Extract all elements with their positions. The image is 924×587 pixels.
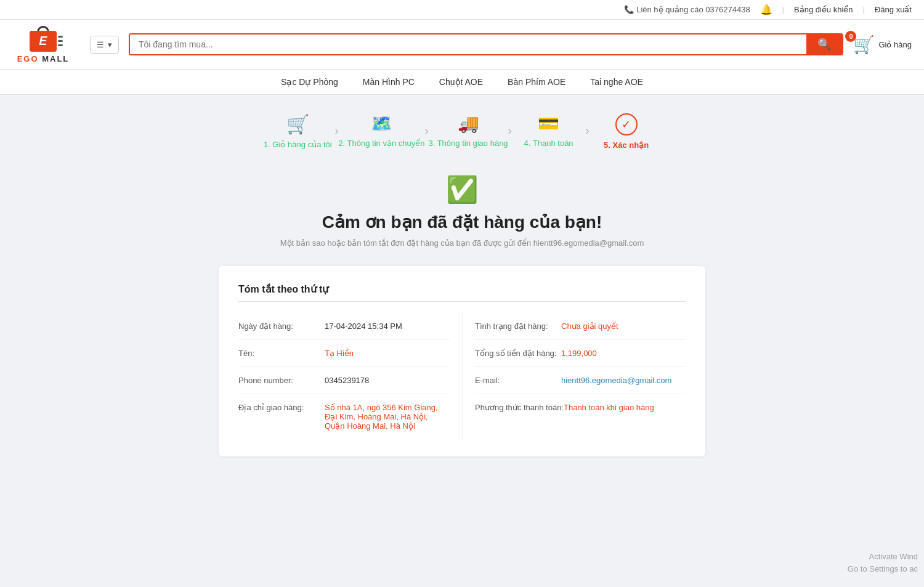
nav-item-ban-phim[interactable]: Bàn Phím AOE <box>508 77 565 87</box>
summary-card: Tóm tắt theo thứ tự Ngày đặt hàng: 17-04… <box>219 266 705 456</box>
summary-key-address: Địa chỉ giao hàng: <box>238 403 325 431</box>
step-2-icon: 🗺️ <box>371 113 392 134</box>
summary-row-email: E-mail: hientt96.egomedia@gmail.com <box>475 367 686 394</box>
step-4: 💳 4. Thanh toán <box>512 113 586 148</box>
nav-item-sac[interactable]: Sạc Dự Phòng <box>281 77 338 87</box>
step-1-label: 1. Giỏ hàng của tôi <box>264 140 332 149</box>
summary-title: Tóm tắt theo thứ tự <box>238 283 686 302</box>
summary-val-email: hientt96.egomedia@gmail.com <box>561 376 671 385</box>
summary-key-payment: Phương thức thanh toán: <box>475 403 564 412</box>
logout-link[interactable]: Đăng xuất <box>875 5 912 14</box>
step-1: 🛒 1. Giỏ hàng của tôi <box>261 113 334 149</box>
summary-key-name: Tên: <box>238 349 325 358</box>
summary-row-phone: Phone number: 0345239178 <box>238 367 450 394</box>
summary-row-name: Tên: Tạ Hiền <box>238 340 450 367</box>
cart-label: Giỏ hàng <box>878 40 912 49</box>
nav-item-man-hinh[interactable]: Màn Hình PC <box>363 77 415 87</box>
summary-row-total: Tổng số tiền đặt hàng: 1,199,000 <box>475 340 686 367</box>
summary-row-address: Địa chỉ giao hàng: Số nhà 1A, ngõ 356 Ki… <box>238 394 450 439</box>
search-icon: 🔍 <box>817 38 831 51</box>
bell-icon[interactable]: 🔔 <box>760 4 772 15</box>
summary-val-name: Tạ Hiền <box>325 349 354 358</box>
nav-item-tai-nghe[interactable]: Tai nghe AOE <box>590 77 643 87</box>
summary-row-payment: Phương thức thanh toán: Thanh toán khi g… <box>475 394 686 421</box>
step-4-icon: 💳 <box>538 113 559 134</box>
success-area: ✅ Cảm ơn bạn đã đặt hàng của bạn! Một bả… <box>12 174 912 248</box>
step-5-icon: ✓ <box>615 113 638 136</box>
step-1-icon: 🛒 <box>286 113 309 135</box>
main-content: 🛒 1. Giỏ hàng của tôi › 🗺️ 2. Thông tin … <box>0 95 924 493</box>
success-check-icon: ✅ <box>446 174 478 204</box>
phone-icon: 📞 <box>624 5 634 14</box>
search-bar: 🔍 <box>129 33 843 55</box>
summary-key-status: Tình trạng đặt hàng: <box>475 322 561 331</box>
cart-area[interactable]: 🛒 0 Giỏ hàng <box>853 34 912 55</box>
summary-val-phone: 0345239178 <box>325 376 369 385</box>
menu-icon: ☰ <box>97 40 104 49</box>
summary-val-payment: Thanh toán khi giao hàng <box>564 403 654 412</box>
logo-text: EGO MALL <box>17 54 70 63</box>
topbar-phone: 📞 Liên hệ quảng cáo 0376274438 <box>624 5 750 14</box>
step-5: ✓ 5. Xác nhận <box>590 113 663 150</box>
step-4-label: 4. Thanh toán <box>524 139 573 148</box>
header: E EGO MALL ☰ ▾ 🔍 <box>0 20 924 70</box>
summary-key-email: E-mail: <box>475 376 561 385</box>
search-input[interactable] <box>130 34 806 54</box>
success-title: Cảm ơn bạn đã đặt hàng của bạn! <box>322 212 602 232</box>
phone-label: Liên hệ quảng cáo 0376274438 <box>636 5 750 14</box>
summary-val-total: 1,199,000 <box>561 349 597 358</box>
step-3-icon: 🚚 <box>458 113 479 134</box>
summary-key-phone: Phone number: <box>238 376 325 385</box>
cart-icon: 🛒 <box>853 35 875 54</box>
summary-key-total: Tổng số tiền đặt hàng: <box>475 349 561 358</box>
summary-row-date: Ngày đặt hàng: 17-04-2024 15:34 PM <box>238 313 450 340</box>
summary-grid: Ngày đặt hàng: 17-04-2024 15:34 PM Tên: … <box>238 313 686 439</box>
main-nav: Sạc Dự Phòng Màn Hình PC Chuột AOE Bàn P… <box>0 70 924 95</box>
step-3: 🚚 3. Thông tin giao hàng <box>428 113 508 148</box>
step-2-label: 2. Thông tin vận chuyển <box>338 139 424 148</box>
summary-val-date: 17-04-2024 15:34 PM <box>325 322 402 331</box>
topbar-divider: | <box>782 5 784 14</box>
dashboard-link[interactable]: Bảng điều khiển <box>794 5 853 14</box>
topbar: 📞 Liên hệ quảng cáo 0376274438 🔔 | Bảng … <box>0 0 924 20</box>
summary-row-status: Tình trạng đặt hàng: Chưa giải quyết <box>475 313 686 340</box>
step-2: 🗺️ 2. Thông tin vận chuyển <box>338 113 424 148</box>
success-subtitle: Một bản sao hoặc bản tóm tắt đơn đặt hàn… <box>280 238 644 248</box>
summary-right-col: Tình trạng đặt hàng: Chưa giải quyết Tổn… <box>462 313 686 439</box>
cart-badge: 0 <box>845 31 856 42</box>
step-5-label: 5. Xác nhận <box>604 140 649 150</box>
checkout-stepper: 🛒 1. Giỏ hàng của tôi › 🗺️ 2. Thông tin … <box>12 113 912 150</box>
logo[interactable]: E EGO MALL <box>12 26 74 63</box>
search-button[interactable]: 🔍 <box>806 34 842 54</box>
step-3-label: 3. Thông tin giao hàng <box>428 139 508 148</box>
summary-val-status: Chưa giải quyết <box>561 322 618 331</box>
summary-left-col: Ngày đặt hàng: 17-04-2024 15:34 PM Tên: … <box>238 313 462 439</box>
summary-key-date: Ngày đặt hàng: <box>238 322 325 331</box>
summary-val-address: Số nhà 1A, ngõ 356 Kim Giang, Đại Kim, H… <box>325 403 450 431</box>
menu-chevron: ▾ <box>108 40 112 49</box>
nav-item-chuot[interactable]: Chuột AOE <box>439 77 483 87</box>
topbar-divider2: | <box>863 5 865 14</box>
menu-toggle-button[interactable]: ☰ ▾ <box>90 36 119 54</box>
